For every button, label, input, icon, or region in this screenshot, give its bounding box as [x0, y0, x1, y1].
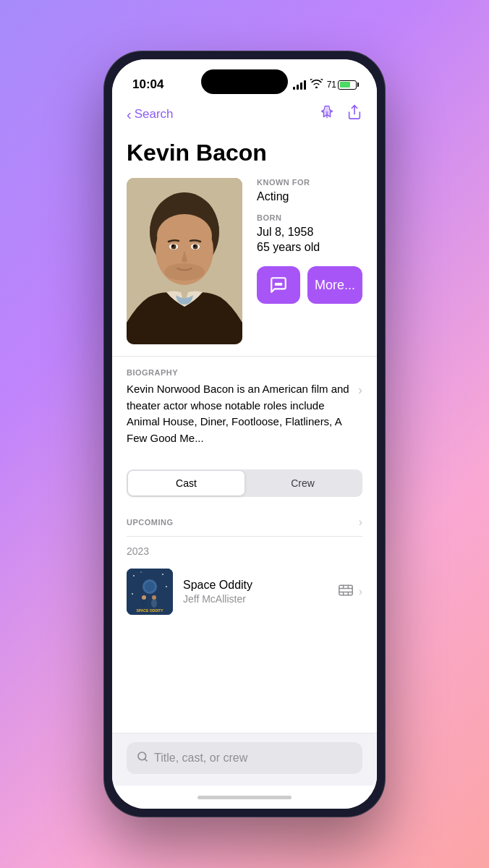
battery-icon: 71 — [327, 80, 357, 90]
svg-point-27 — [152, 595, 156, 600]
cast-tab-label: Cast — [176, 477, 197, 489]
nav-bar: ‹ Search — [112, 98, 377, 131]
movie-role: Jeff McAllister — [183, 593, 328, 605]
upcoming-row[interactable]: UPCOMING › — [127, 509, 362, 537]
status-icons: 71 — [293, 79, 357, 90]
movie-info: Space Oddity Jeff McAllister — [183, 579, 328, 605]
back-button[interactable]: ‹ Search — [127, 107, 174, 122]
svg-point-18 — [145, 582, 155, 592]
svg-point-14 — [278, 284, 279, 285]
movie-poster: SPACE ODDITY — [127, 569, 173, 615]
back-label: Search — [135, 107, 174, 122]
biography-label: BIOGRAPHY — [127, 368, 362, 377]
svg-point-26 — [151, 599, 157, 608]
svg-point-21 — [166, 586, 167, 587]
status-time: 10:04 — [132, 77, 163, 92]
svg-point-24 — [141, 599, 147, 608]
film-icon — [339, 584, 353, 600]
svg-point-19 — [133, 575, 135, 576]
chat-button[interactable] — [257, 266, 300, 304]
wifi-icon — [310, 79, 323, 90]
battery-level: 71 — [327, 80, 336, 90]
bottom-search-bar-container: Title, cast, or crew — [112, 733, 377, 786]
person-info-row: KNOWN FOR Acting BORN Jul 8, 1958 65 yea… — [127, 178, 362, 344]
person-header: Kevin Bacon — [112, 131, 377, 356]
biography-section: BIOGRAPHY Kevin Norwood Bacon is an Amer… — [112, 356, 377, 458]
svg-point-11 — [194, 245, 196, 247]
person-details: KNOWN FOR Acting BORN Jul 8, 1958 65 yea… — [257, 178, 362, 304]
born-label: BORN — [257, 213, 362, 222]
svg-point-15 — [280, 284, 281, 285]
share-button[interactable] — [346, 104, 362, 124]
biography-row[interactable]: Kevin Norwood Bacon is an American film … — [127, 381, 362, 446]
svg-rect-29 — [339, 585, 352, 595]
action-buttons: More... — [257, 266, 362, 304]
movie-row[interactable]: SPACE ODDITY Space Oddity Jeff McAlliste… — [127, 563, 362, 621]
movie-row-chevron-icon: › — [359, 585, 362, 598]
home-indicator — [112, 786, 377, 809]
home-bar — [197, 796, 292, 799]
back-chevron-icon: ‹ — [127, 107, 132, 122]
person-name: Kevin Bacon — [127, 140, 362, 166]
upcoming-chevron-icon: › — [359, 516, 362, 529]
svg-point-10 — [172, 245, 174, 247]
year-2023-label: 2023 — [127, 537, 362, 563]
movie-title: Space Oddity — [183, 579, 328, 592]
more-button[interactable]: More... — [307, 266, 362, 304]
crew-tab-label: Crew — [291, 477, 315, 489]
bio-chevron-icon: › — [358, 383, 362, 398]
biography-text: Kevin Norwood Bacon is an American film … — [127, 381, 358, 446]
svg-point-23 — [140, 571, 142, 573]
born-age: 65 years old — [257, 240, 362, 255]
cast-tab[interactable]: Cast — [128, 471, 244, 495]
nav-actions — [319, 104, 362, 124]
svg-point-12 — [164, 263, 205, 281]
person-photo — [127, 178, 242, 344]
pin-button[interactable] — [319, 104, 335, 124]
known-for-label: KNOWN FOR — [257, 178, 362, 187]
svg-point-22 — [132, 593, 133, 595]
svg-point-25 — [142, 595, 146, 600]
phone-screen: 10:04 71 — [112, 59, 377, 809]
known-for-value: Acting — [257, 190, 362, 205]
filmography-section: UPCOMING › 2023 — [112, 509, 377, 621]
more-button-label: More... — [315, 278, 355, 293]
svg-line-37 — [145, 759, 147, 761]
search-icon — [137, 751, 148, 765]
svg-point-20 — [162, 574, 163, 575]
phone-frame: 10:04 71 — [103, 51, 386, 817]
movie-actions: › — [339, 584, 362, 600]
dynamic-island — [201, 69, 288, 94]
svg-point-13 — [276, 284, 277, 285]
crew-tab[interactable]: Crew — [244, 471, 361, 495]
upcoming-label: UPCOMING — [127, 518, 174, 527]
search-placeholder-text: Title, cast, or crew — [154, 752, 247, 765]
cast-crew-segmented-control: Cast Crew — [127, 469, 362, 497]
svg-text:SPACE ODDITY: SPACE ODDITY — [136, 608, 163, 613]
born-date: Jul 8, 1958 — [257, 225, 362, 240]
signal-bars-icon — [293, 80, 306, 90]
search-bar[interactable]: Title, cast, or crew — [127, 742, 362, 774]
content-area: Kevin Bacon — [112, 131, 377, 733]
